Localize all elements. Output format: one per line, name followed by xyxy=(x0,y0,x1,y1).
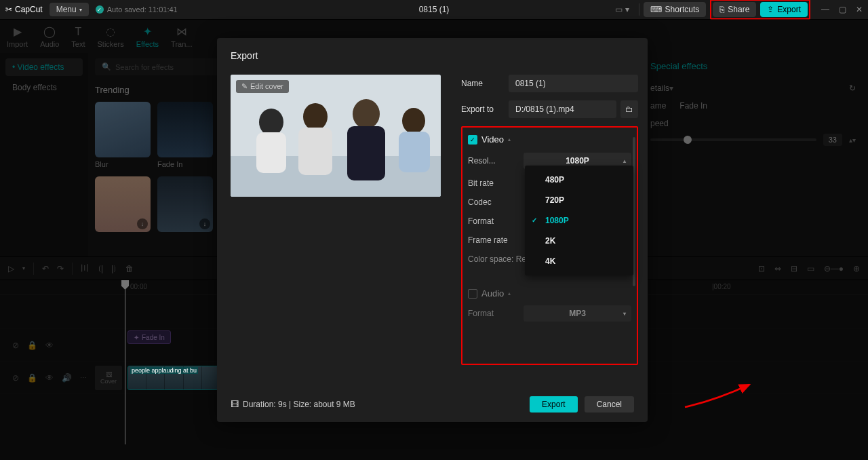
maximize-icon[interactable]: ▢ xyxy=(839,5,846,14)
ratio-icon[interactable]: ▭ ▾ xyxy=(610,3,634,16)
name-input[interactable]: 0815 (1) xyxy=(509,75,638,92)
export-modal: Export ✎Edit cover Name 0815 (1) Export … xyxy=(217,38,648,422)
exportto-input[interactable]: D:/0815 (1).mp4 xyxy=(509,100,616,118)
chevron-down-icon: ▾ xyxy=(623,311,626,317)
close-icon[interactable]: ✕ xyxy=(856,5,863,14)
dropdown-item-480p[interactable]: 480P xyxy=(525,170,633,190)
dropdown-item-4k[interactable]: 4K xyxy=(525,251,633,271)
folder-icon: 🗀 xyxy=(625,104,633,114)
pencil-icon: ✎ xyxy=(241,82,248,91)
svg-point-4 xyxy=(303,103,328,130)
svg-point-6 xyxy=(353,99,380,129)
modal-title: Export xyxy=(231,50,634,61)
project-title: 0815 (1) xyxy=(419,5,450,14)
format-label: Format xyxy=(468,216,524,226)
shortcuts-button[interactable]: ⌨Shortcuts xyxy=(644,2,707,17)
svg-rect-5 xyxy=(298,128,332,175)
chevron-up-icon: ▴ xyxy=(623,158,626,164)
duration-info: 🎞Duration: 9s | Size: about 9 MB xyxy=(231,400,355,409)
film-icon: 🎞 xyxy=(231,400,239,409)
export-icon: ⇪ xyxy=(767,5,774,14)
dropdown-item-1080p[interactable]: ✓1080P xyxy=(525,210,633,231)
name-label: Name xyxy=(461,79,509,88)
export-button-top[interactable]: ⇪Export xyxy=(760,2,808,17)
preview-image xyxy=(231,75,441,197)
bitrate-label: Bit rate xyxy=(468,178,524,188)
svg-rect-9 xyxy=(399,132,430,172)
video-head: Video xyxy=(481,134,504,145)
share-button[interactable]: ⎘Share xyxy=(713,2,756,17)
svg-rect-3 xyxy=(256,132,286,173)
app-name: CapCut xyxy=(15,5,43,14)
check-icon: ✓ xyxy=(532,216,537,224)
dropdown-item-2k[interactable]: 2K xyxy=(525,231,633,251)
svg-point-2 xyxy=(259,109,283,136)
audio-head: Audio xyxy=(481,288,504,299)
minimize-icon[interactable]: — xyxy=(821,5,829,14)
clip-label: people applauding at bu xyxy=(130,367,198,374)
topbar: ✂ CapCut Menu▾ ✓ Auto saved: 11:01:41 08… xyxy=(0,0,868,19)
resolution-dropdown: 480P 720P ✓1080P 2K 4K xyxy=(525,166,633,275)
preview-thumbnail: ✎Edit cover xyxy=(231,75,441,197)
video-section: ✓Video▴ Resol... 1080P▴ Bit rate Codec F… xyxy=(461,126,638,365)
framerate-label: Frame rate xyxy=(468,235,524,245)
edit-cover-button[interactable]: ✎Edit cover xyxy=(236,80,289,93)
collapse-icon[interactable]: ▴ xyxy=(508,290,511,296)
codec-label: Codec xyxy=(468,197,524,207)
autosave-status: ✓ Auto saved: 11:01:41 xyxy=(96,5,178,14)
keyboard-icon: ⌨ xyxy=(650,5,662,14)
svg-point-8 xyxy=(402,108,425,134)
collapse-icon[interactable]: ▴ xyxy=(508,136,511,142)
dropdown-item-720p[interactable]: 720P xyxy=(525,190,633,210)
resolution-label: Resol... xyxy=(468,156,524,166)
scissors-icon: ✂ xyxy=(5,5,12,14)
browse-button[interactable]: 🗀 xyxy=(620,100,638,118)
menu-button[interactable]: Menu▾ xyxy=(50,3,89,16)
chevron-down-icon: ▾ xyxy=(79,7,82,13)
app-logo: ✂ CapCut xyxy=(5,5,43,14)
highlight-share-export: ⎘Share ⇪Export xyxy=(710,0,810,20)
audio-format-select[interactable]: MP3▾ xyxy=(524,305,631,322)
check-icon: ✓ xyxy=(96,5,104,14)
audio-checkbox[interactable] xyxy=(468,289,477,299)
share-icon: ⎘ xyxy=(719,5,724,14)
export-button[interactable]: Export xyxy=(530,396,578,413)
exportto-label: Export to xyxy=(461,104,509,114)
svg-rect-7 xyxy=(347,126,385,180)
cancel-button[interactable]: Cancel xyxy=(585,396,634,413)
video-checkbox[interactable]: ✓ xyxy=(468,135,477,145)
audio-format-label: Format xyxy=(468,309,524,318)
